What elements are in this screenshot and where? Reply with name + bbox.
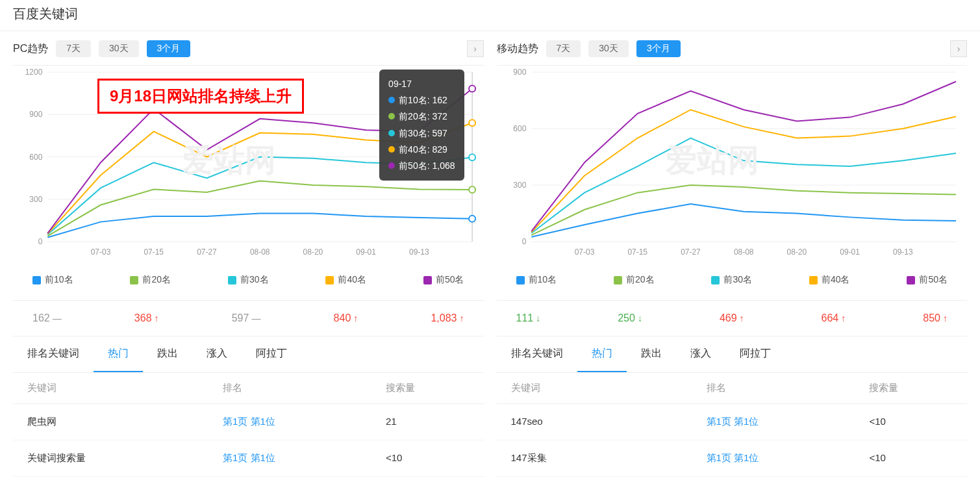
stat-value: 368 [134,312,152,324]
cell-volume: 21 [386,416,484,428]
tooltip-row: 前40名: 829 [388,142,455,158]
table-row: 147采集第1页 第1位<10 [497,440,968,477]
tab-item[interactable]: 跌出 [143,336,192,372]
stats-row: 162—368↑597—840↑1,083↑ [13,301,484,336]
legend-item[interactable]: 前30名 [228,274,269,286]
stat-item: 162— [32,312,62,324]
trend-header: 移动趋势7天30天3个月› [497,31,968,65]
cell-keyword: 147采集 [497,452,707,464]
legend-label: 前40名 [338,274,366,286]
stat-value: 111 [516,312,534,324]
tooltip-row: 前50名: 1,068 [388,158,455,174]
legend-swatch [130,276,138,284]
tooltip-row: 前20名: 372 [388,108,455,125]
legend-swatch [32,276,41,284]
legend-swatch [228,276,236,284]
svg-text:09-01: 09-01 [356,247,376,257]
trend-icon: ↑ [740,313,744,323]
svg-point-21 [469,120,475,126]
cell-rank[interactable]: 第1页 第1位 [223,416,386,428]
cell-volume: <10 [869,416,967,428]
cell-rank[interactable]: 第1页 第1位 [707,452,870,464]
annotation-callout: 9月18日网站排名持续上升 [97,79,304,114]
trend-icon: — [251,313,260,323]
stat-value: 597 [232,312,249,324]
legend-item[interactable]: 前20名 [614,274,655,286]
period-button[interactable]: 7天 [56,40,91,57]
cell-keyword: 147seo [497,416,707,428]
legend-item[interactable]: 前30名 [711,274,752,286]
chevron-right-icon[interactable]: › [467,40,484,57]
keyword-tabs: 排名关键词热门跌出涨入阿拉丁 [497,336,968,373]
stat-value: 664 [822,312,839,324]
svg-text:300: 300 [29,195,42,204]
svg-text:300: 300 [513,181,526,190]
legend-swatch [711,276,720,284]
legend-label: 前40名 [822,274,850,286]
svg-text:08-20: 08-20 [786,247,807,257]
legend-item[interactable]: 前40名 [809,274,850,286]
svg-text:900: 900 [513,68,526,77]
tooltip-row: 前30名: 597 [388,125,455,142]
legend-item[interactable]: 前10名 [32,274,73,286]
stat-item: 664↑ [822,312,846,324]
svg-point-19 [469,186,475,193]
cell-keyword: 爬虫网 [13,416,223,428]
table-row: 关键词搜索量第1页 第1位<10 [13,440,484,477]
line-chart: 030060090007-0307-1507-2708-0808-2009-01… [497,66,968,260]
tab-item[interactable]: 跌出 [627,336,676,372]
col-header-keyword: 关键词 [13,382,223,394]
stat-value: 469 [720,312,737,324]
legend-item[interactable]: 前20名 [130,274,171,286]
tab-item[interactable]: 热门 [577,336,627,372]
svg-text:07-03: 07-03 [91,247,111,257]
legend-label: 前30名 [723,274,752,286]
svg-text:07-03: 07-03 [574,247,594,257]
svg-text:1200: 1200 [25,68,43,77]
svg-text:08-08: 08-08 [733,247,753,257]
col-header-volume: 搜索量 [386,382,484,394]
cell-rank[interactable]: 第1页 第1位 [223,452,386,464]
trend-icon: ↑ [155,313,159,323]
tab-item[interactable]: 涨入 [676,336,725,372]
period-button[interactable]: 3个月 [147,40,191,57]
cell-rank[interactable]: 第1页 第1位 [707,416,870,428]
trend-icon: — [53,313,62,323]
col-header-rank: 排名 [707,382,870,394]
chevron-right-icon[interactable]: › [950,40,967,57]
legend-item[interactable]: 前40名 [325,274,366,286]
legend-swatch [325,276,334,284]
table-header: 关键词排名搜索量 [13,373,484,404]
legend-swatch [614,276,622,284]
stat-item: 597— [232,312,261,324]
svg-text:600: 600 [29,153,42,162]
legend-item[interactable]: 前50名 [423,274,464,286]
trend-title: PC趋势 [13,42,48,56]
legend-item[interactable]: 前50名 [907,274,948,286]
legend-label: 前30名 [240,274,269,286]
table-header: 关键词排名搜索量 [497,373,968,404]
stat-item: 840↑ [334,312,358,324]
trend-icon: ↑ [459,313,464,323]
table-row: 爬虫网第1页 第1位21 [13,404,484,440]
tab-item[interactable]: 阿拉丁 [242,336,301,372]
tab-item[interactable]: 热门 [94,336,143,372]
legend-label: 前20名 [626,274,655,286]
period-button[interactable]: 7天 [546,40,581,57]
period-button[interactable]: 3个月 [636,40,681,57]
period-button[interactable]: 30天 [99,40,139,57]
svg-text:08-20: 08-20 [303,247,323,257]
legend-swatch [423,276,432,284]
legend-item[interactable]: 前10名 [516,274,557,286]
trend-icon: ↓ [638,313,642,323]
stat-value: 840 [334,312,351,324]
stats-row: 111↓250↓469↑664↑850↑ [497,301,968,336]
tab-item[interactable]: 涨入 [192,336,242,372]
trend-icon: ↑ [943,313,948,323]
tab-item[interactable]: 排名关键词 [13,336,94,372]
svg-text:07-15: 07-15 [627,247,647,257]
tab-item[interactable]: 排名关键词 [497,336,577,372]
period-button[interactable]: 30天 [588,40,629,57]
svg-text:900: 900 [29,110,42,119]
tab-item[interactable]: 阿拉丁 [725,336,785,372]
